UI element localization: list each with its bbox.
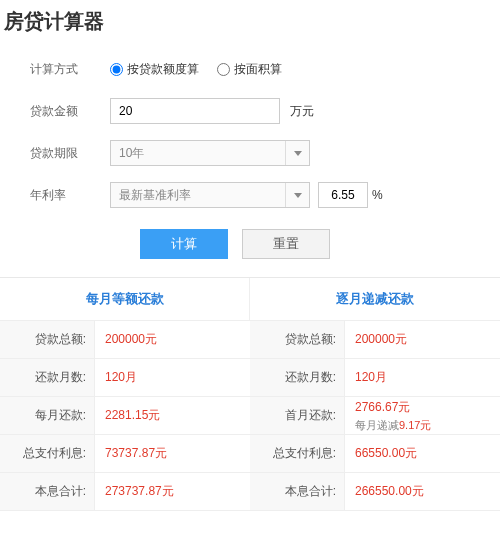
table-row: 总支付利息: 66550.00元 <box>250 435 500 473</box>
loan-amount-input[interactable] <box>110 98 280 124</box>
first-label: 首月还款: <box>250 397 345 434</box>
radio-by-amount-input[interactable] <box>110 63 123 76</box>
first-value: 2766.67元 每月递减9.17元 <box>345 399 500 433</box>
monthly-value: 2281.15元 <box>95 407 250 424</box>
table-row: 每月还款: 2281.15元 <box>0 397 250 435</box>
button-row: 计算 重置 <box>30 217 500 277</box>
months-value: 120月 <box>345 369 500 386</box>
table-row: 首月还款: 2766.67元 每月递减9.17元 <box>250 397 500 435</box>
sum-label: 本息合计: <box>0 473 95 510</box>
equal-header: 每月等额还款 <box>0 278 250 321</box>
equal-payment-column: 每月等额还款 贷款总额: 200000元 还款月数: 120月 每月还款: 22… <box>0 278 250 511</box>
decreasing-header: 逐月递减还款 <box>250 278 500 321</box>
decreasing-payment-column: 逐月递减还款 贷款总额: 200000元 还款月数: 120月 首月还款: 27… <box>250 278 500 511</box>
months-value: 120月 <box>95 369 250 386</box>
loan-amount-unit: 万元 <box>290 103 314 120</box>
table-row: 贷款总额: 200000元 <box>0 321 250 359</box>
sum-value: 266550.00元 <box>345 483 500 500</box>
page-title: 房贷计算器 <box>0 0 500 45</box>
radio-by-amount-label: 按贷款额度算 <box>127 61 199 78</box>
monthly-label: 每月还款: <box>0 397 95 434</box>
loan-amount-label: 贷款金额 <box>30 103 110 120</box>
rate-input[interactable] <box>318 182 368 208</box>
months-label: 还款月数: <box>250 359 345 396</box>
total-loan-label: 贷款总额: <box>250 321 345 358</box>
radio-by-area-input[interactable] <box>217 63 230 76</box>
rate-select[interactable]: 最新基准利率 <box>110 182 310 208</box>
calc-method-radio-group: 按贷款额度算 按面积算 <box>110 61 282 78</box>
table-row: 还款月数: 120月 <box>0 359 250 397</box>
interest-label: 总支付利息: <box>250 435 345 472</box>
total-loan-value: 200000元 <box>95 331 250 348</box>
row-loan-term: 贷款期限 10年 <box>30 133 500 173</box>
row-loan-amount: 贷款金额 万元 <box>30 91 500 131</box>
radio-by-area[interactable]: 按面积算 <box>217 61 282 78</box>
row-rate: 年利率 最新基准利率 % <box>30 175 500 215</box>
calculate-button[interactable]: 计算 <box>140 229 228 259</box>
first-sub: 每月递减9.17元 <box>355 418 500 433</box>
loan-term-select[interactable]: 10年 <box>110 140 310 166</box>
table-row: 还款月数: 120月 <box>250 359 500 397</box>
loan-term-label: 贷款期限 <box>30 145 110 162</box>
months-label: 还款月数: <box>0 359 95 396</box>
results-area: 每月等额还款 贷款总额: 200000元 还款月数: 120月 每月还款: 22… <box>0 277 500 511</box>
interest-value: 66550.00元 <box>345 445 500 462</box>
rate-label: 年利率 <box>30 187 110 204</box>
table-row: 本息合计: 266550.00元 <box>250 473 500 511</box>
chevron-down-icon <box>285 141 309 165</box>
table-row: 总支付利息: 73737.87元 <box>0 435 250 473</box>
form-area: 计算方式 按贷款额度算 按面积算 贷款金额 万元 贷款期限 10年 年利率 <box>0 45 500 277</box>
rate-select-text: 最新基准利率 <box>111 187 285 204</box>
interest-value: 73737.87元 <box>95 445 250 462</box>
sum-label: 本息合计: <box>250 473 345 510</box>
table-row: 本息合计: 273737.87元 <box>0 473 250 511</box>
chevron-down-icon <box>285 183 309 207</box>
total-loan-value: 200000元 <box>345 331 500 348</box>
interest-label: 总支付利息: <box>0 435 95 472</box>
reset-button[interactable]: 重置 <box>242 229 330 259</box>
loan-term-value: 10年 <box>111 145 285 162</box>
calc-method-label: 计算方式 <box>30 61 110 78</box>
sum-value: 273737.87元 <box>95 483 250 500</box>
radio-by-area-label: 按面积算 <box>234 61 282 78</box>
total-loan-label: 贷款总额: <box>0 321 95 358</box>
rate-unit: % <box>372 188 383 202</box>
radio-by-amount[interactable]: 按贷款额度算 <box>110 61 199 78</box>
table-row: 贷款总额: 200000元 <box>250 321 500 359</box>
row-calc-method: 计算方式 按贷款额度算 按面积算 <box>30 49 500 89</box>
